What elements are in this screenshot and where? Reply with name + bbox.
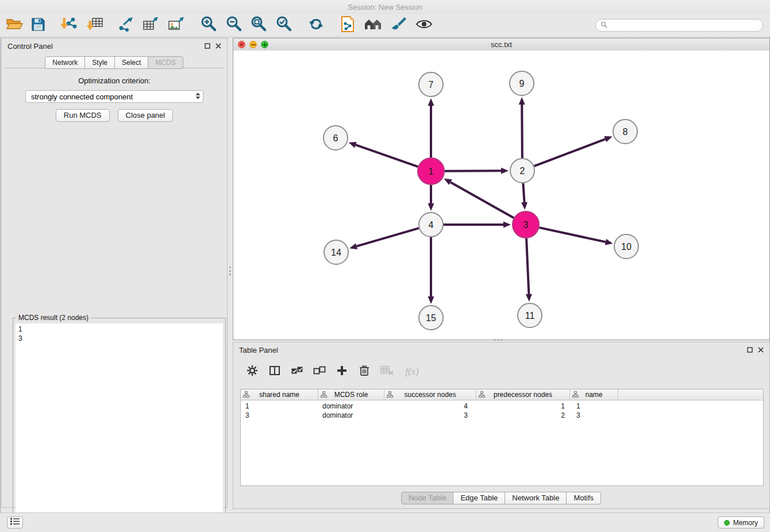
tab-network-table[interactable]: Network Table: [505, 492, 567, 504]
delete-column-button[interactable]: [358, 365, 371, 379]
run-mcds-button[interactable]: Run MCDS: [56, 109, 110, 122]
show-panels-button[interactable]: [7, 516, 23, 529]
graph-edge-1-7[interactable]: [428, 98, 434, 157]
zoom-selected-icon: [275, 16, 292, 35]
column-header-mcds-role[interactable]: MCDS role: [318, 390, 384, 400]
tab-mcds[interactable]: MCDS: [148, 56, 183, 69]
zoom-window-button[interactable]: [261, 41, 268, 48]
mcds-result-box: MCDS result (2 nodes) 1 3: [13, 318, 226, 532]
graph-edge-4-15[interactable]: [428, 237, 434, 304]
network-canvas[interactable]: 7968124314101511: [233, 51, 769, 340]
graph-edge-2-3[interactable]: [521, 183, 528, 210]
delete-table-button[interactable]: [380, 365, 393, 378]
function-builder-button[interactable]: f(x): [403, 366, 421, 377]
table-toolbar: f(x): [246, 362, 421, 381]
float-panel-icon[interactable]: [205, 43, 210, 49]
close-table-panel-icon[interactable]: [758, 347, 764, 353]
node-table: shared name MCDS role: [240, 389, 764, 486]
graph-node-4[interactable]: 4: [419, 213, 443, 237]
tab-style[interactable]: Style: [84, 56, 115, 69]
graph-node-3[interactable]: 3: [513, 211, 539, 238]
svg-text:4: 4: [429, 220, 434, 230]
zoom-selected-button[interactable]: [273, 16, 295, 35]
list-icon: [10, 518, 20, 527]
graph-node-8[interactable]: 8: [613, 119, 637, 144]
create-column-button[interactable]: [336, 365, 348, 379]
graph-edge-1-4[interactable]: [428, 185, 434, 211]
graph-node-9[interactable]: 9: [510, 71, 534, 95]
graph-edge-4-3[interactable]: [444, 222, 511, 228]
graph-node-1[interactable]: 1: [418, 158, 444, 184]
memory-status-icon: [724, 520, 730, 526]
import-network-button[interactable]: [57, 16, 79, 35]
deselect-all-columns-button[interactable]: [313, 365, 326, 379]
zoom-fit-button[interactable]: [248, 16, 270, 35]
network-database-button[interactable]: [337, 16, 359, 35]
zoom-in-button[interactable]: [198, 16, 220, 35]
table-cell: 1: [241, 402, 318, 411]
column-header-shared-name[interactable]: shared name: [241, 390, 318, 400]
column-header-name[interactable]: name: [570, 390, 618, 400]
graph-edge-3-11[interactable]: [526, 238, 532, 302]
tab-network[interactable]: Network: [45, 56, 85, 69]
svg-text:14: 14: [331, 248, 341, 257]
unchecked-boxes-icon: [313, 365, 326, 379]
graph-edge-1-2[interactable]: [445, 168, 509, 174]
graph-edge-1-6[interactable]: [349, 142, 418, 167]
save-session-button[interactable]: [27, 16, 49, 35]
table-settings-button[interactable]: [246, 365, 259, 379]
memory-button[interactable]: Memory: [718, 516, 764, 529]
first-neighbors-button[interactable]: [362, 16, 384, 35]
window-controls: [238, 41, 268, 48]
graph-node-10[interactable]: 10: [614, 234, 638, 259]
format-brush-button[interactable]: [387, 16, 409, 35]
graph-edge-2-8[interactable]: [534, 136, 613, 166]
minimize-window-button[interactable]: [249, 41, 257, 48]
zoom-out-button[interactable]: [223, 16, 245, 35]
close-panel-button[interactable]: Close panel: [118, 109, 174, 122]
graph-node-2[interactable]: 2: [510, 159, 534, 183]
zoom-in-icon: [200, 16, 217, 35]
close-panel-icon[interactable]: [215, 43, 221, 49]
export-table-button[interactable]: [140, 16, 161, 35]
open-session-button[interactable]: [3, 16, 25, 35]
column-header-predecessor-nodes[interactable]: predecessor nodes: [476, 390, 570, 400]
table-panel-header: Table Panel: [233, 342, 769, 357]
graph-node-15[interactable]: 15: [419, 306, 443, 330]
table-row[interactable]: 3dominator323: [241, 411, 763, 420]
graph-node-11[interactable]: 11: [518, 303, 542, 327]
graph-node-7[interactable]: 7: [419, 72, 443, 97]
tab-node-table[interactable]: Node Table: [401, 492, 454, 504]
memory-label: Memory: [733, 518, 758, 527]
horizontal-splitter[interactable]: [494, 339, 503, 341]
graph-node-6[interactable]: 6: [324, 126, 348, 150]
graph-edge-3-10[interactable]: [539, 228, 613, 245]
close-window-button[interactable]: [238, 41, 245, 48]
tab-select[interactable]: Select: [114, 56, 148, 69]
tab-motifs[interactable]: Motifs: [566, 492, 601, 504]
graph-edge-2-9[interactable]: [519, 97, 525, 158]
float-table-panel-icon[interactable]: [747, 347, 753, 353]
vertical-splitter[interactable]: [229, 267, 231, 275]
graph-edge-3-1[interactable]: [444, 179, 514, 218]
search-input[interactable]: [610, 21, 758, 30]
export-image-button[interactable]: [165, 16, 187, 35]
graph-node-14[interactable]: 14: [324, 240, 348, 264]
table-row[interactable]: 1dominator411: [241, 402, 763, 411]
title-bar: Session: New Session: [0, 0, 770, 14]
graph-edge-4-14[interactable]: [349, 228, 419, 249]
brush-icon: [390, 16, 407, 34]
column-type-icon: [572, 391, 579, 399]
graphics-details-button[interactable]: [413, 16, 435, 35]
criterion-select[interactable]: strongly connected component: [25, 90, 203, 103]
column-header-successor-nodes[interactable]: successor nodes: [384, 390, 476, 400]
export-network-button[interactable]: [115, 16, 137, 35]
refresh-button[interactable]: [305, 16, 327, 35]
network-view-window: scc.txt 7968124314101511: [233, 38, 770, 340]
eye-icon: [415, 18, 433, 32]
import-table-button[interactable]: [84, 16, 106, 35]
select-all-columns-button[interactable]: [291, 365, 303, 379]
tab-edge-table[interactable]: Edge Table: [453, 492, 505, 504]
show-column-button[interactable]: [268, 365, 281, 379]
mcds-result-text[interactable]: 1 3: [16, 323, 223, 531]
